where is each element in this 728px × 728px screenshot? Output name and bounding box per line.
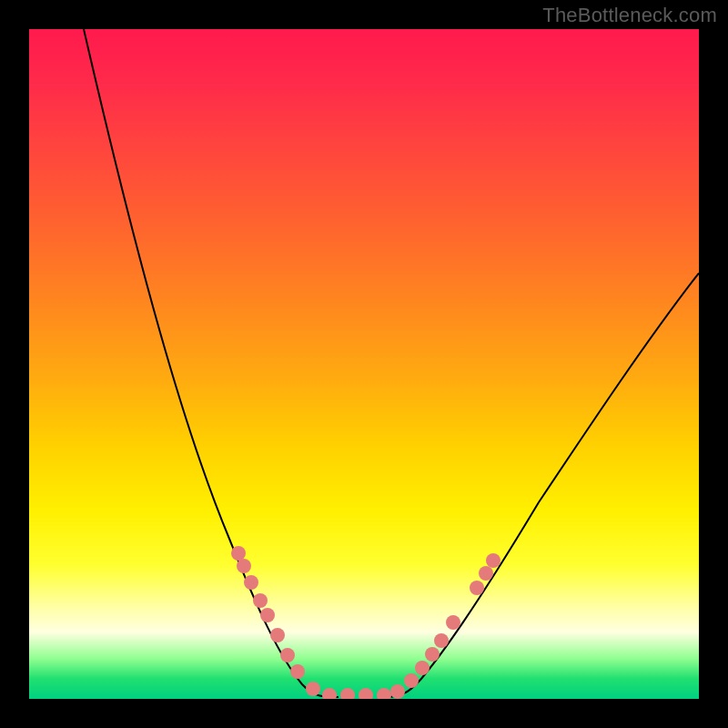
dot bbox=[260, 608, 275, 622]
chart-svg bbox=[29, 29, 699, 699]
dot bbox=[237, 559, 251, 573]
dot bbox=[253, 593, 268, 608]
right-curve bbox=[386, 273, 699, 697]
left-curve bbox=[84, 29, 339, 697]
dot bbox=[280, 648, 295, 662]
dot bbox=[244, 575, 258, 590]
plot-area bbox=[29, 29, 699, 699]
dot bbox=[486, 553, 500, 568]
dot bbox=[415, 661, 430, 675]
data-dots bbox=[231, 546, 500, 699]
dot bbox=[390, 684, 405, 699]
dot bbox=[434, 633, 449, 648]
dot bbox=[270, 628, 285, 642]
dot bbox=[359, 688, 373, 699]
dot bbox=[404, 673, 419, 688]
dot bbox=[306, 682, 320, 696]
dot bbox=[377, 688, 391, 699]
dot bbox=[290, 664, 305, 679]
dot bbox=[446, 615, 460, 630]
dot bbox=[425, 647, 440, 662]
dot bbox=[479, 566, 493, 581]
chart-frame: TheBottleneck.com bbox=[0, 0, 728, 728]
dot bbox=[322, 688, 337, 699]
watermark-text: TheBottleneck.com bbox=[542, 4, 717, 27]
dot bbox=[470, 581, 484, 595]
dot bbox=[231, 546, 246, 561]
dot bbox=[340, 688, 355, 699]
